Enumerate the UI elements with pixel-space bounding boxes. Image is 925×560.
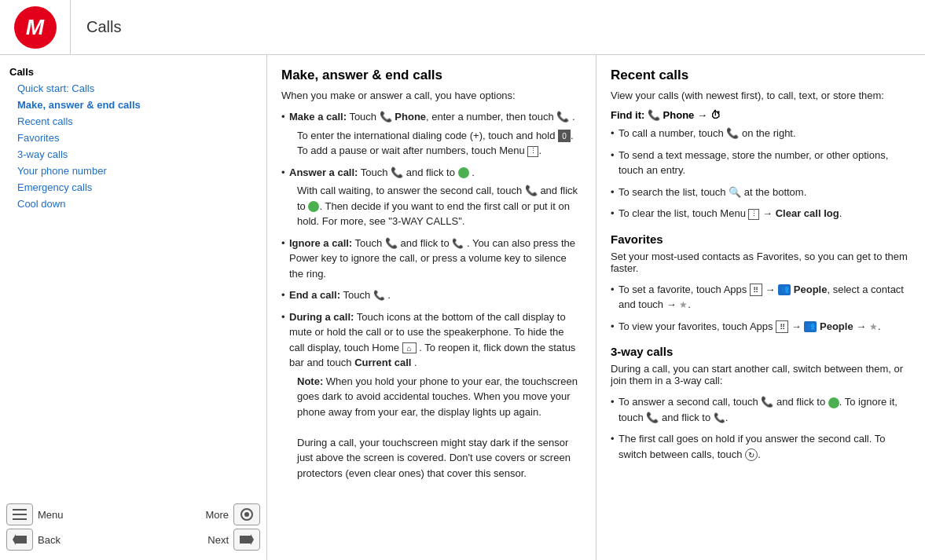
make-answer-intro: When you make or answer a call, you have… <box>281 90 582 101</box>
sidebar-nav: Calls Quick start: Calls Make, answer & … <box>6 64 260 211</box>
during-call-note: Note: When you hold your phone to your e… <box>297 374 582 481</box>
people-icon-1: 👥 <box>778 284 791 295</box>
sidebar-bottom: Menu More Back Next <box>6 503 260 551</box>
favorites-intro: Set your most-used contacts as Favorites… <box>611 251 911 274</box>
more-label: More <box>205 509 229 521</box>
sidebar-item-quick-start[interactable]: Quick start: Calls <box>6 81 260 96</box>
answer-call-text3: . <box>472 167 475 178</box>
threeway-bullet-2: The first call goes on hold if you answe… <box>611 431 911 462</box>
answer-call-text2: and flick to <box>406 167 458 178</box>
list-item-ignore-call: Ignore a call: Touch 📞 and flick to 📞 . … <box>281 236 582 282</box>
phone-icon-5: 📞 <box>385 236 398 251</box>
next-button[interactable]: Next <box>207 529 260 551</box>
motorola-logo: M <box>14 6 57 49</box>
end-call-label: End a call: <box>289 289 340 301</box>
make-call-label: Make a call: <box>289 111 347 123</box>
make-answer-title: Make, answer & end calls <box>281 68 582 83</box>
back-label: Back <box>38 534 61 546</box>
phone-icon-3: 📞 <box>391 165 403 181</box>
back-icon <box>6 529 33 551</box>
menu-dots-icon: ⋮ <box>527 146 538 157</box>
home-icon: ⌂ <box>402 342 417 353</box>
recent-calls-intro: View your calls (with newest first), to … <box>611 90 911 101</box>
right-panel: Recent calls View your calls (with newes… <box>596 55 925 560</box>
phone-icon-rc1: 📞 <box>726 126 739 141</box>
list-item-end-call: End a call: Touch 📞 . <box>281 287 582 303</box>
phone-icon-1: 📞 <box>380 109 392 125</box>
three-way-intro: During a call, you can start another cal… <box>611 363 911 386</box>
red-phone-icon-2: 📞 <box>373 288 385 302</box>
svg-rect-0 <box>13 509 27 511</box>
content-area: Make, answer & end calls When you make o… <box>267 55 925 560</box>
current-call-text: Current call <box>354 357 411 368</box>
sidebar-item-calls[interactable]: Calls <box>6 64 260 79</box>
svg-rect-2 <box>13 518 27 520</box>
answer-call-label: Answer a call: <box>289 167 358 178</box>
search-icon-rc: 🔍 <box>729 185 741 200</box>
phone-icon-tw1: 📞 <box>761 394 773 410</box>
phone-icon-2: 📞 <box>556 109 569 125</box>
svg-marker-5 <box>13 534 27 545</box>
three-way-list: To answer a second call, touch 📞 and fli… <box>611 394 911 462</box>
make-answer-list: Make a call: Touch 📞 Phone, enter a numb… <box>281 109 582 481</box>
green-circle-tw1 <box>828 397 839 408</box>
phone-icon-tw2: 📞 <box>646 410 659 426</box>
list-item-make-a-call: Make a call: Touch 📞 Phone, enter a numb… <box>281 109 582 159</box>
more-button[interactable]: More <box>205 503 260 525</box>
clock-icon: ⏱ <box>710 109 721 121</box>
app-header: M Calls <box>0 0 925 55</box>
fav-bullet-2: To view your favorites, touch Apps ⠿ → 👥… <box>611 319 911 335</box>
end-call-text2: . <box>387 289 391 301</box>
next-icon <box>233 529 260 551</box>
find-it-phone-bold: Phone → <box>663 109 707 121</box>
make-call-text3: . <box>572 111 575 123</box>
sidebar-item-make-answer[interactable]: Make, answer & end calls <box>6 97 260 112</box>
red-phone-icon-1: 📞 <box>452 236 464 251</box>
ignore-call-label: Ignore a call: <box>289 237 352 249</box>
recent-calls-list: To call a number, touch 📞 on the right. … <box>611 126 911 221</box>
during-call-text3: . <box>414 357 417 368</box>
make-answer-panel: Make, answer & end calls When you make o… <box>267 55 596 560</box>
end-call-text: Touch <box>343 289 373 301</box>
apps-icon-1: ⠿ <box>750 284 762 296</box>
back-button[interactable]: Back <box>6 529 61 551</box>
make-call-sub: To enter the international dialing code … <box>297 128 582 159</box>
sidebar-item-emergency[interactable]: Emergency calls <box>6 180 260 195</box>
menu-label: Menu <box>38 509 64 521</box>
ignore-call-text2: and flick to <box>401 237 453 249</box>
answer-call-sub: With call waiting, to answer the second … <box>297 183 582 229</box>
people-icon-2: 👥 <box>804 321 817 332</box>
three-way-title: 3-way calls <box>611 345 911 358</box>
sidebar-item-phone-number[interactable]: Your phone number <box>6 163 260 178</box>
bottom-row-2: Back Next <box>6 529 260 551</box>
apps-icon-2: ⠿ <box>776 320 788 333</box>
bottom-row-1: Menu More <box>6 503 260 525</box>
phone-icon-find: 📞 <box>648 109 660 121</box>
switch-icon: ↻ <box>745 448 758 461</box>
phone-icon-4: 📞 <box>525 183 538 199</box>
sidebar-item-favorites[interactable]: Favorites <box>6 130 260 145</box>
logo-container: M <box>0 0 71 55</box>
menu-icon <box>6 503 33 525</box>
menu-button[interactable]: Menu <box>6 503 64 525</box>
star-icon-2: ★ <box>869 320 878 334</box>
page-title: Calls <box>71 18 121 36</box>
make-call-text2: Phone, enter a number, then touch <box>395 111 556 123</box>
red-phone-tw1: 📞 <box>714 411 725 425</box>
favorites-title: Favorites <box>611 232 911 246</box>
sidebar-item-cool-down[interactable]: Cool down <box>6 196 260 211</box>
svg-marker-6 <box>240 534 254 545</box>
sidebar-item-3way-calls[interactable]: 3-way calls <box>6 147 260 162</box>
more-icon <box>233 503 260 525</box>
recent-bullet-2: To send a text message, store the number… <box>611 148 911 178</box>
fav-bullet-1: To set a favorite, touch Apps ⠿ → 👥 Peop… <box>611 282 911 313</box>
sidebar-item-recent-calls[interactable]: Recent calls <box>6 114 260 129</box>
ignore-call-text: Touch <box>355 237 385 249</box>
menu-icon-rc: ⋮ <box>748 209 759 220</box>
star-icon-1: ★ <box>679 298 688 312</box>
recent-calls-title: Recent calls <box>611 68 911 83</box>
green-circle-icon-1 <box>458 167 469 178</box>
green-circle-icon-2 <box>308 201 319 212</box>
recent-bullet-1: To call a number, touch 📞 on the right. <box>611 126 911 141</box>
next-label: Next <box>207 534 229 546</box>
